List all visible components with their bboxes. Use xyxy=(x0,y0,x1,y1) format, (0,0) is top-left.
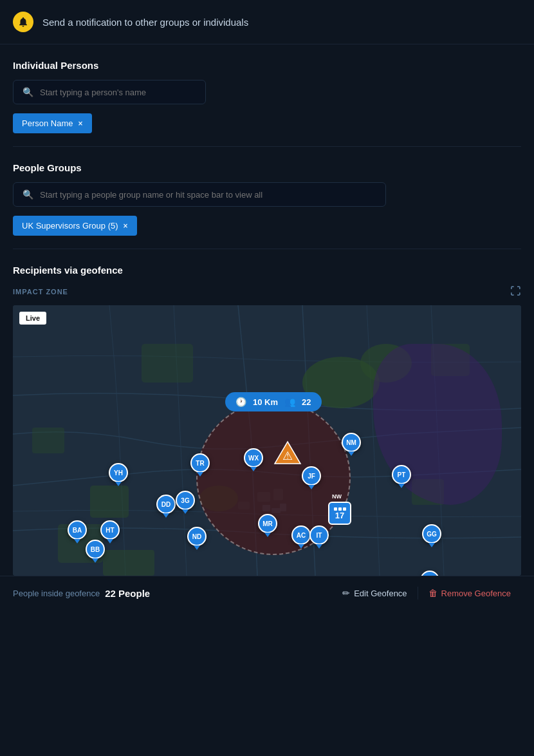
recipients-title: Recipients via geofence xyxy=(13,265,521,276)
pin-circle-MR: MR xyxy=(258,514,277,533)
clock-icon: 🕐 xyxy=(235,397,246,407)
pin-circle-BB: BB xyxy=(86,540,105,559)
pin-tail-PT xyxy=(398,484,405,488)
bottom-bar: People inside geofence 22 People ✏ Edit … xyxy=(0,576,534,610)
geofence-count: 22 People xyxy=(105,588,150,599)
pin-tail-MR xyxy=(264,533,271,537)
pin-tail-JF xyxy=(308,485,315,489)
trash-icon: 🗑 xyxy=(428,588,437,598)
pin-circle-YH: YH xyxy=(109,463,128,482)
cluster-dot-2 xyxy=(338,507,342,511)
person-search-box[interactable]: 🔍 xyxy=(13,80,206,104)
individual-persons-title: Individual Persons xyxy=(13,60,521,71)
pin-GG[interactable]: GG xyxy=(421,524,442,547)
bell-icon xyxy=(13,12,33,32)
search-icon: 🔍 xyxy=(23,87,33,97)
svg-text:⚠: ⚠ xyxy=(282,449,293,462)
cluster-label-nw: NW xyxy=(332,493,342,500)
person-search-input[interactable] xyxy=(40,88,196,97)
remove-geofence-button[interactable]: 🗑 Remove Geofence xyxy=(418,588,521,598)
map-container: Live 🕐 10 Km 👥 22 ⚠ 17 xyxy=(13,305,521,576)
pin-IT[interactable]: IT xyxy=(309,525,329,549)
group-tag-label: UK Supervisors Group (5) xyxy=(22,221,118,231)
pin-circle-SA: SA xyxy=(420,571,439,576)
pin-NM[interactable]: NM xyxy=(341,433,362,456)
bell-svg xyxy=(17,16,29,28)
pin-circle-PT: PT xyxy=(392,465,411,484)
warning-triangle-svg: ⚠ xyxy=(273,440,302,465)
svg-rect-6 xyxy=(32,428,64,453)
pin-tail-TR xyxy=(197,472,203,477)
pin-TR[interactable]: TR xyxy=(190,453,210,477)
pin-MR[interactable]: MR xyxy=(257,514,278,537)
recipients-section: Recipients via geofence IMPACT ZONE ⛶ xyxy=(0,249,534,576)
svg-rect-5 xyxy=(142,344,193,383)
warning-icon: ⚠ xyxy=(273,440,302,467)
pin-YH[interactable]: YH xyxy=(108,463,129,486)
info-bubble: 🕐 10 Km 👥 22 xyxy=(225,392,322,411)
pin-WX[interactable]: WX xyxy=(243,448,264,471)
pin-tail-IT xyxy=(316,544,322,549)
pin-tail-3G xyxy=(182,509,189,514)
pin-ND[interactable]: ND xyxy=(187,527,207,550)
pin-tail-GG xyxy=(428,543,435,547)
zone-label-text: IMPACT ZONE xyxy=(13,288,68,296)
pin-tail-WX xyxy=(250,467,257,471)
pin-circle-NM: NM xyxy=(342,433,361,452)
group-search-box[interactable]: 🔍 xyxy=(13,182,386,207)
live-badge: Live xyxy=(19,312,46,325)
pin-DD[interactable]: DD xyxy=(156,495,176,518)
group-search-icon: 🔍 xyxy=(23,189,33,200)
pin-circle-BA: BA xyxy=(68,520,87,540)
person-tag-close[interactable]: × xyxy=(78,119,82,128)
pin-tail-DD xyxy=(163,513,169,518)
edit-geofence-label: Edit Geofence xyxy=(354,589,407,598)
pin-circle-3G: 3G xyxy=(176,491,195,510)
pin-circle-DD: DD xyxy=(156,495,176,514)
person-tag: Person Name × xyxy=(13,113,92,133)
pin-circle-AC: AC xyxy=(291,525,311,545)
pin-circle-IT: IT xyxy=(309,525,329,545)
cluster-dot-3 xyxy=(343,507,346,511)
pin-tail-NM xyxy=(348,451,354,456)
pin-PT[interactable]: PT xyxy=(391,465,412,488)
info-km: 10 Km xyxy=(253,397,278,407)
pin-tail-YH xyxy=(115,482,122,486)
pin-JF[interactable]: JF xyxy=(301,466,322,489)
cluster-num: 17 xyxy=(335,511,344,520)
individual-persons-section: Individual Persons 🔍 Person Name × xyxy=(0,44,534,146)
people-icon: 👥 xyxy=(284,397,295,407)
zone-label-row: IMPACT ZONE ⛶ xyxy=(13,286,521,298)
info-people: 22 xyxy=(302,397,311,407)
edit-geofence-button[interactable]: ✏ Edit Geofence xyxy=(332,588,417,598)
group-tag: UK Supervisors Group (5) × xyxy=(13,216,137,236)
expand-icon[interactable]: ⛶ xyxy=(510,286,521,298)
person-tag-label: Person Name xyxy=(22,118,73,128)
pin-tail-AC xyxy=(298,544,304,549)
svg-rect-4 xyxy=(90,486,129,518)
pin-tail-ND xyxy=(194,545,200,550)
people-groups-section: People Groups 🔍 UK Supervisors Group (5)… xyxy=(0,147,534,249)
pin-circle-HT: HT xyxy=(100,520,120,540)
svg-rect-10 xyxy=(103,550,154,576)
geofence-label: People inside geofence xyxy=(13,589,100,598)
people-groups-title: People Groups xyxy=(13,162,521,173)
pin-BB[interactable]: BB xyxy=(85,540,106,563)
pin-tail-BB xyxy=(92,558,98,563)
cluster-bg: 17 xyxy=(328,502,351,525)
header-text: Send a notification to other groups or i… xyxy=(42,17,248,28)
pin-3G[interactable]: 3G xyxy=(175,491,196,514)
cluster-dots xyxy=(334,507,346,511)
pin-circle-JF: JF xyxy=(302,466,321,486)
pin-circle-TR: TR xyxy=(190,453,210,473)
edit-icon: ✏ xyxy=(342,588,350,598)
pin-SA[interactable]: SA xyxy=(419,571,440,576)
group-tag-close[interactable]: × xyxy=(124,222,128,231)
pin-circle-ND: ND xyxy=(187,527,207,546)
pin-circle-GG: GG xyxy=(422,524,441,543)
group-search-input[interactable] xyxy=(40,190,376,200)
pin-tail-BA xyxy=(74,539,80,543)
cluster-pin-nw: 17 xyxy=(328,502,351,525)
pin-tail-HT xyxy=(107,539,113,543)
pin-circle-WX: WX xyxy=(244,448,263,468)
